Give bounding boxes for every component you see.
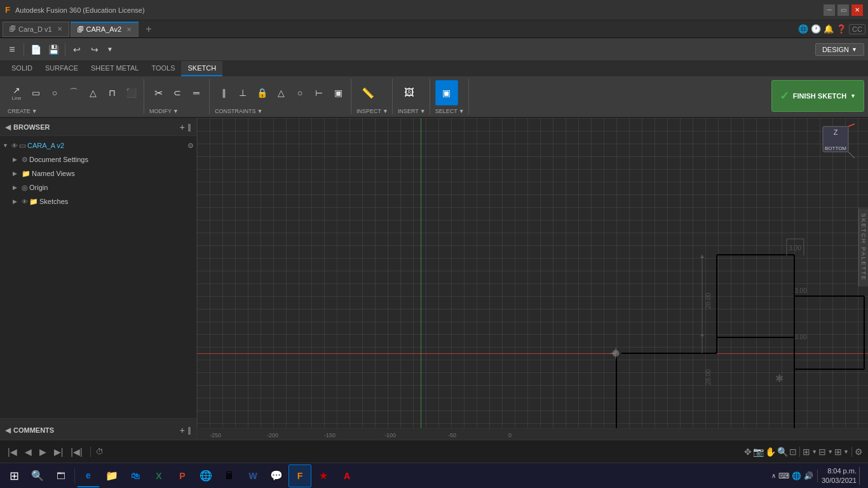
- comments-collapse[interactable]: ◀: [5, 426, 11, 435]
- collinear-tool[interactable]: ⊢: [310, 80, 328, 105]
- sketch-palette-handle[interactable]: SKETCH PALETTE: [858, 208, 868, 286]
- undo-dropdown[interactable]: ▼: [104, 41, 116, 58]
- select-tool[interactable]: ▣: [435, 80, 458, 105]
- teams-button[interactable]: 💬: [265, 464, 288, 487]
- new-tab-button[interactable]: +: [141, 22, 156, 37]
- network-icon[interactable]: 🌐: [792, 471, 801, 480]
- volume-icon[interactable]: 🔊: [804, 471, 813, 480]
- create-label[interactable]: CREATE ▼: [8, 108, 140, 114]
- systray-arrow[interactable]: ∧: [771, 472, 776, 479]
- tab-sketch[interactable]: SKETCH: [181, 61, 222, 76]
- minimize-button[interactable]: ─: [824, 4, 835, 16]
- insert-label[interactable]: INSERT ▼: [398, 108, 426, 114]
- playback-start[interactable]: |◀: [5, 445, 20, 458]
- undo-button[interactable]: ↩: [69, 41, 85, 58]
- browser-button[interactable]: 🌐: [798, 24, 808, 34]
- grid-settings-button[interactable]: ⊟▼: [818, 447, 833, 457]
- word-button[interactable]: W: [241, 464, 264, 487]
- bell-button[interactable]: 🔔: [824, 24, 834, 34]
- line-tool[interactable]: ↗Line: [8, 80, 25, 105]
- browser-more[interactable]: ‖: [187, 123, 191, 132]
- comments-add[interactable]: +: [180, 425, 185, 435]
- tree-item-root[interactable]: ▼ 👁 ▭ CARA_A v2 ⚙: [0, 139, 196, 152]
- rect-tool[interactable]: ▭: [27, 80, 44, 105]
- new-button[interactable]: 📄: [27, 41, 44, 58]
- navigate-button[interactable]: ✥: [744, 447, 752, 457]
- triangle-tool[interactable]: △: [272, 80, 290, 105]
- acrobat-button[interactable]: A: [336, 464, 358, 487]
- comments-more[interactable]: ‖: [187, 426, 191, 435]
- unknown-app-1[interactable]: ★: [312, 464, 335, 487]
- tab-cara-a[interactable]: 🗐 CARA_Av2 ✕: [71, 22, 139, 37]
- circle-c-tool[interactable]: ○: [291, 80, 309, 105]
- parallel-tool[interactable]: ∥: [215, 80, 233, 105]
- start-button[interactable]: ⊞: [3, 464, 25, 487]
- playback-next[interactable]: ▶|: [51, 445, 66, 458]
- project-tool[interactable]: ⬛: [122, 80, 140, 105]
- tab-sheet-metal[interactable]: SHEET METAL: [85, 61, 145, 76]
- tree-item-sketches[interactable]: ▶ 👁 📁 Sketches: [0, 194, 196, 208]
- insert-image-tool[interactable]: 🖼: [398, 80, 421, 105]
- camera-button[interactable]: 📷: [753, 447, 764, 457]
- inspect-label[interactable]: INSPECT ▼: [356, 108, 388, 114]
- playback-play[interactable]: ▶: [37, 445, 49, 458]
- store-button[interactable]: 🛍: [124, 464, 147, 487]
- search-taskbar[interactable]: 🔍: [26, 464, 49, 487]
- tree-item-origin[interactable]: ▶ ◎ Origin: [0, 180, 196, 194]
- close-button[interactable]: ✕: [851, 4, 863, 16]
- tab-cara-d-close[interactable]: ✕: [57, 25, 62, 32]
- menu-button[interactable]: ≡: [4, 41, 20, 58]
- explorer-button[interactable]: 📁: [100, 464, 123, 487]
- project-modify-tool[interactable]: ⊂: [168, 80, 186, 105]
- powerpoint-button[interactable]: P: [171, 464, 194, 487]
- tab-cara-a-close[interactable]: ✕: [126, 26, 132, 33]
- modify-label[interactable]: MODIFY ▼: [149, 108, 205, 114]
- perpendicular-tool[interactable]: ⊥: [234, 80, 252, 105]
- clock[interactable]: 8:04 p.m. 30/03/2021: [822, 466, 857, 485]
- eye-icon-sketches[interactable]: 👁: [22, 198, 28, 205]
- keyboard-icon[interactable]: ⌨: [778, 471, 789, 480]
- browser-collapse[interactable]: ◀: [5, 123, 11, 132]
- redo-button[interactable]: ↪: [86, 41, 103, 58]
- zoom-box-button[interactable]: 🔍: [777, 447, 788, 457]
- hand-button[interactable]: ✋: [765, 447, 776, 457]
- playback-prev[interactable]: ◀: [22, 445, 34, 458]
- tab-cara-d[interactable]: 🗐 Cara_D v1 ✕: [3, 22, 69, 37]
- measure-tool[interactable]: 📏: [356, 80, 379, 105]
- display-settings-button[interactable]: ⊞▼: [803, 447, 817, 457]
- tab-solid[interactable]: SOLID: [5, 61, 39, 76]
- tree-arrow-doc[interactable]: ▶: [13, 156, 20, 163]
- tree-arrow-sketches[interactable]: ▶: [13, 198, 20, 205]
- tab-surface[interactable]: SURFACE: [39, 61, 85, 76]
- tab-tools[interactable]: TOOLS: [145, 61, 181, 76]
- trim-tool[interactable]: ✂: [149, 80, 167, 105]
- show-desktop[interactable]: [859, 467, 863, 485]
- edge-button[interactable]: e: [77, 464, 100, 487]
- lock-tool[interactable]: 🔒: [253, 80, 271, 105]
- tree-arrow-origin[interactable]: ▶: [13, 184, 20, 191]
- clock-button[interactable]: 🕐: [811, 24, 821, 34]
- tree-item-doc-settings[interactable]: ▶ ⚙ Document Settings: [0, 152, 196, 166]
- eye-icon-root[interactable]: 👁: [11, 142, 18, 149]
- zoom-fit-button[interactable]: ⊡: [789, 447, 797, 457]
- canvas-area[interactable]: 120.00 3.00 3.00 3.00 28.00 28.00 28.00 …: [197, 118, 868, 441]
- arc-tool[interactable]: ⌒: [65, 80, 83, 105]
- finish-sketch-button[interactable]: ✓ FINISH SKETCH ▼: [771, 80, 864, 112]
- settings-icon-root[interactable]: ⚙: [187, 142, 194, 150]
- chrome-button[interactable]: 🌐: [194, 464, 217, 487]
- view-settings-button[interactable]: ⊞▼: [834, 447, 849, 457]
- constraints-label[interactable]: CONSTRAINTS ▼: [215, 108, 347, 114]
- maximize-button[interactable]: ▭: [837, 4, 849, 16]
- playback-end[interactable]: |◀|: [68, 445, 85, 458]
- calculator-button[interactable]: 🖩: [218, 464, 241, 487]
- tree-arrow-views[interactable]: ▶: [13, 170, 20, 177]
- save-button[interactable]: 💾: [45, 41, 62, 58]
- browser-add[interactable]: +: [180, 122, 185, 132]
- excel-button[interactable]: X: [147, 464, 170, 487]
- offset-tool[interactable]: ⊓: [103, 80, 121, 105]
- task-view-button[interactable]: 🗔: [50, 464, 72, 487]
- fusion-taskbar-button[interactable]: F: [288, 464, 311, 487]
- design-button[interactable]: DESIGN ▼: [815, 43, 864, 56]
- polygon-tool[interactable]: △: [84, 80, 102, 105]
- view-cube[interactable]: Z BOTTOM: [820, 123, 858, 161]
